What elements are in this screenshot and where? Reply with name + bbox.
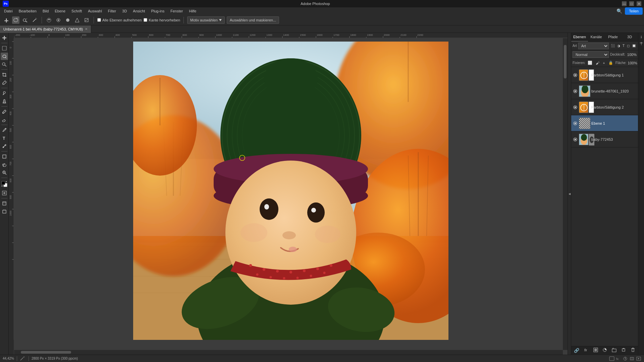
layer-item-brunette[interactable]: brunette-487061_1920 <box>571 83 638 99</box>
brush-mode-1[interactable] <box>45 16 53 24</box>
lock-artboard-btn[interactable]: 🔒 <box>607 60 614 65</box>
h-scroll-thumb[interactable] <box>21 351 71 354</box>
tab-3d[interactable]: 3D <box>621 33 638 42</box>
lock-image-btn[interactable]: 🖌 <box>595 61 600 65</box>
document-tab[interactable]: Unbenannt-1 bei 44,4% (baby-772453, CMYK… <box>0 25 91 33</box>
auswaehlen-maskieren-btn[interactable]: Auswählen und maskieren... <box>227 16 279 24</box>
layer-item-farbton2[interactable]: Farbton/Sättigung 2 <box>571 99 638 115</box>
motiv-auswaehlen-btn[interactable]: Motiv auswählen <box>187 16 225 24</box>
left-tool-brush[interactable] <box>1 108 8 115</box>
menu-bild[interactable]: Bild <box>40 8 51 14</box>
opacity-value[interactable]: 100% <box>627 53 637 57</box>
layer-item-farbton1[interactable]: Farbton/Sättigung 1 <box>571 67 638 83</box>
close-button[interactable]: ✕ <box>637 1 641 6</box>
canvas-scroll-area[interactable] <box>14 38 568 355</box>
left-tool-lasso[interactable] <box>1 53 8 60</box>
layer-visibility-farbton1[interactable] <box>573 72 578 78</box>
menu-hilfe[interactable]: Hilfe <box>186 8 199 14</box>
left-tool-shape[interactable] <box>1 153 8 160</box>
menu-bearbeiten[interactable]: Bearbeiten <box>16 8 39 14</box>
lock-position-btn[interactable]: + <box>602 61 606 65</box>
left-sep-4 <box>1 106 7 107</box>
left-tool-path-select[interactable] <box>1 142 8 150</box>
tab-pfade[interactable]: Pfade <box>605 33 622 42</box>
left-tool-stamp[interactable] <box>1 98 8 105</box>
left-tool-crop[interactable] <box>1 71 8 78</box>
left-tool-pen[interactable] <box>1 126 8 134</box>
right-panel-collapse[interactable]: ◀ <box>568 33 571 355</box>
filter-pixel-icon[interactable]: ⬛ <box>610 44 615 48</box>
v-scroll-thumb[interactable] <box>564 45 567 78</box>
blend-mode-select[interactable]: Normal Auflösen Abdunkeln Multiplizieren <box>573 51 609 58</box>
minimize-button[interactable]: — <box>622 1 627 6</box>
svg-text:100: 100 <box>9 61 12 65</box>
layer-visibility-baby[interactable] <box>573 137 578 142</box>
panel-info-btn[interactable]: ℹ <box>639 34 644 40</box>
brush-mode-5[interactable] <box>83 16 90 24</box>
left-tool-frame[interactable] <box>1 200 8 207</box>
left-tool-move[interactable] <box>1 34 8 42</box>
menu-3d[interactable]: 3D <box>119 8 129 14</box>
filter-adjust-icon[interactable]: ◑ <box>616 44 621 48</box>
menu-ansicht[interactable]: Ansicht <box>130 8 148 14</box>
layer-visibility-farbton2[interactable] <box>573 105 578 110</box>
delete-layer-btn[interactable] <box>629 347 637 354</box>
add-mask-btn[interactable] <box>592 347 599 354</box>
panel-adjust-btn[interactable] <box>639 41 644 46</box>
document-tab-close[interactable]: ✕ <box>85 27 88 31</box>
lasso-tool-btn[interactable] <box>12 16 19 24</box>
add-adjustment-btn[interactable] <box>601 347 608 354</box>
layer-thumb-icon2 <box>579 102 588 113</box>
lock-pixels-btn[interactable]: ⬜ <box>587 60 593 65</box>
kante-hervorheben-checkbox[interactable] <box>144 18 147 22</box>
left-tool-hand[interactable] <box>1 161 8 168</box>
filter-shape-icon[interactable]: ◻ <box>626 44 630 48</box>
left-tool-eyedropper[interactable] <box>1 79 8 86</box>
alle-ebenen-checkbox[interactable] <box>97 18 101 22</box>
new-layer-btn[interactable] <box>620 347 627 354</box>
menu-filter[interactable]: Filter <box>105 8 119 14</box>
add-style-btn[interactable]: fx <box>583 347 590 354</box>
v-scrollbar[interactable] <box>563 38 568 350</box>
svg-point-12 <box>66 18 69 22</box>
left-tool-zoom[interactable] <box>1 169 8 176</box>
share-button[interactable]: Teilen <box>625 7 643 15</box>
flaeche-value[interactable]: 100% <box>628 61 637 65</box>
left-tool-heal[interactable] <box>1 89 8 97</box>
layer-visibility-brunette[interactable] <box>573 88 578 94</box>
maximize-button[interactable]: □ <box>629 1 634 6</box>
left-tool-marquee[interactable] <box>1 45 8 52</box>
magic-wand-btn[interactable] <box>31 16 38 24</box>
tab-kanaele[interactable]: Kanäle <box>588 33 605 42</box>
layer-item-ebene1[interactable]: Ebene 1 <box>571 115 638 131</box>
layer-item-baby[interactable]: baby-772453 <box>571 131 638 147</box>
filter-type-icon[interactable]: T <box>622 44 625 48</box>
left-tool-colors[interactable] <box>1 179 8 189</box>
search-icon[interactable]: 🔍 <box>616 8 622 14</box>
blend-mode-row: Normal Auflösen Abdunkeln Multiplizieren… <box>571 50 638 59</box>
link-layers-btn[interactable]: 🔗 <box>573 347 581 354</box>
filter-type-select[interactable]: Art Name Effekt <box>578 43 609 49</box>
new-group-btn[interactable] <box>610 347 618 354</box>
left-tool-quickmask[interactable] <box>1 189 8 197</box>
status-icon-2: fx <box>616 356 621 361</box>
left-tool-eraser[interactable] <box>1 116 8 123</box>
filter-smart-icon[interactable]: 🔲 <box>631 44 637 48</box>
quick-select-btn[interactable] <box>21 16 29 24</box>
layer-visibility-ebene1[interactable] <box>573 121 578 126</box>
left-tool-artboard[interactable] <box>1 208 8 215</box>
h-scrollbar[interactable] <box>14 350 563 355</box>
brush-mode-3[interactable] <box>64 16 71 24</box>
left-tool-quick-select[interactable] <box>1 61 8 68</box>
move-tool-btn[interactable] <box>3 16 10 24</box>
menu-datei[interactable]: Datei <box>1 8 15 14</box>
brush-mode-2[interactable] <box>55 16 62 24</box>
menu-ebene[interactable]: Ebene <box>52 8 68 14</box>
left-tool-type[interactable]: T <box>1 134 8 142</box>
menu-schrift[interactable]: Schrift <box>69 8 85 14</box>
tab-ebenen[interactable]: Ebenen <box>571 33 588 42</box>
menu-plugins[interactable]: Plug-ins <box>148 8 167 14</box>
menu-auswahl[interactable]: Auswahl <box>85 8 105 14</box>
brush-mode-4[interactable] <box>73 16 81 24</box>
menu-fenster[interactable]: Fenster <box>168 8 185 14</box>
